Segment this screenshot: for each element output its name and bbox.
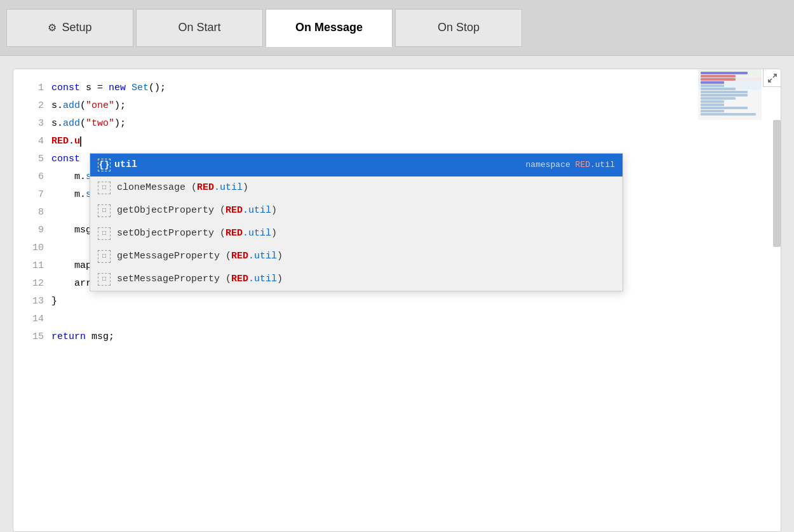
code-line-4: RED.u xyxy=(51,133,781,150)
ac-icon-getMessageProperty: □ xyxy=(98,250,111,263)
line-num-15: 15 xyxy=(13,328,44,346)
line-num-5: 5 xyxy=(13,150,44,168)
tab-on-message-label: On Message xyxy=(295,21,363,34)
code-line-3: s.add("two"); xyxy=(51,115,781,133)
ac-label-cloneMessage: cloneMessage (RED.util) xyxy=(117,179,248,197)
line-num-10: 10 xyxy=(13,239,44,257)
line-num-1: 1 xyxy=(13,79,44,97)
gear-icon: ⚙ xyxy=(48,22,57,34)
ac-icon-setMessageProperty: □ xyxy=(98,273,111,286)
minimap-container xyxy=(698,69,781,120)
line-numbers: 1 2 3 4 5 6 7 8 9 10 11 12 13 14 15 xyxy=(13,69,51,531)
autocomplete-dropdown[interactable]: {} util namespace RED.util □ cloneMessag… xyxy=(90,153,623,291)
line-num-4: 4 xyxy=(13,133,44,150)
ac-icon-util: {} xyxy=(98,159,111,171)
line-num-12: 12 xyxy=(13,275,44,293)
ac-label-util: util xyxy=(114,156,137,174)
ac-label-getMessageProperty: getMessageProperty (RED.util) xyxy=(117,248,283,265)
ac-icon-getObjectProperty: □ xyxy=(98,204,111,217)
line-num-6: 6 xyxy=(13,168,44,186)
ac-icon-setObjectProperty: □ xyxy=(98,227,111,240)
code-area[interactable]: const s = new Set(); s.add("one"); s.add… xyxy=(51,69,781,531)
line-num-2: 2 xyxy=(13,97,44,115)
ac-item-setMessageProperty[interactable]: □ setMessageProperty (RED.util) xyxy=(90,268,622,291)
ac-item-cloneMessage[interactable]: □ cloneMessage (RED.util) xyxy=(90,176,622,199)
ac-icon-cloneMessage: □ xyxy=(98,182,111,194)
tab-on-stop-label: On Stop xyxy=(438,21,480,34)
ac-type-util: namespace RED.util xyxy=(526,156,615,174)
ac-label-getObjectProperty: getObjectProperty (RED.util) xyxy=(117,202,277,220)
line-num-3: 3 xyxy=(13,115,44,133)
code-line-1: const s = new Set(); xyxy=(51,79,781,97)
expand-button[interactable] xyxy=(763,69,781,87)
line-num-14: 14 xyxy=(13,310,44,328)
code-line-2: s.add("one"); xyxy=(51,97,781,115)
line-num-11: 11 xyxy=(13,257,44,275)
tab-on-start[interactable]: On Start xyxy=(136,9,263,47)
code-line-13: } xyxy=(51,293,781,310)
ac-item-getObjectProperty[interactable]: □ getObjectProperty (RED.util) xyxy=(90,199,622,222)
line-num-7: 7 xyxy=(13,186,44,204)
editor-container: 1 2 3 4 5 6 7 8 9 10 11 12 13 14 15 cons… xyxy=(13,69,781,532)
ac-item-setObjectProperty[interactable]: □ setObjectProperty (RED.util) xyxy=(90,222,622,245)
ac-label-setObjectProperty: setObjectProperty (RED.util) xyxy=(117,225,277,243)
tab-setup-label: Setup xyxy=(62,21,91,34)
code-line-15: return msg; xyxy=(51,328,781,346)
tab-on-start-label: On Start xyxy=(178,21,220,34)
ac-item-getMessageProperty[interactable]: □ getMessageProperty (RED.util) xyxy=(90,245,622,268)
scrollbar-vertical[interactable] xyxy=(773,120,781,247)
expand-icon xyxy=(768,74,777,83)
line-num-9: 9 xyxy=(13,222,44,239)
code-line-14 xyxy=(51,310,781,328)
tab-setup[interactable]: ⚙ Setup xyxy=(6,9,133,47)
line-num-13: 13 xyxy=(13,293,44,310)
ac-item-util[interactable]: {} util namespace RED.util xyxy=(90,154,622,176)
line-num-8: 8 xyxy=(13,204,44,222)
editor-body: 1 2 3 4 5 6 7 8 9 10 11 12 13 14 15 cons… xyxy=(13,69,781,531)
minimap xyxy=(698,69,762,120)
tab-on-message[interactable]: On Message xyxy=(266,9,393,47)
tab-on-stop[interactable]: On Stop xyxy=(395,9,522,47)
ac-label-setMessageProperty: setMessageProperty (RED.util) xyxy=(117,270,283,288)
tab-bar: ⚙ Setup On Start On Message On Stop xyxy=(0,0,794,56)
